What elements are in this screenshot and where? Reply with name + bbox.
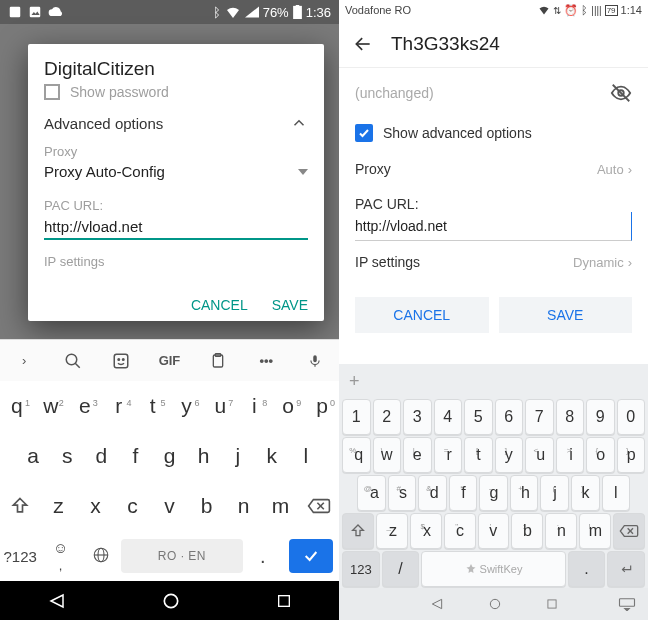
key-h[interactable]: +h [510, 475, 539, 511]
back-arrow-icon[interactable] [353, 34, 373, 54]
chevron-right-icon[interactable]: › [0, 353, 48, 368]
key-i[interactable]: i8 [237, 394, 271, 418]
key-z[interactable]: z [40, 494, 77, 518]
keyboard-toggle-icon[interactable] [618, 597, 636, 611]
key-k[interactable]: )k [571, 475, 600, 511]
key-v[interactable]: v [151, 494, 188, 518]
spacebar[interactable]: RO · EN [121, 539, 242, 573]
recent-button[interactable] [545, 597, 559, 611]
recent-button[interactable] [276, 593, 292, 609]
key-k[interactable]: k [255, 444, 289, 468]
key-n[interactable]: ;n [545, 513, 577, 549]
key-b[interactable]: b [188, 494, 225, 518]
key-l[interactable]: l [289, 444, 323, 468]
key-v[interactable]: 'v [478, 513, 510, 549]
key-u[interactable]: u7 [203, 394, 237, 418]
home-button[interactable] [161, 591, 181, 611]
key-x[interactable]: $x [410, 513, 442, 549]
key-p[interactable]: }p [617, 437, 646, 473]
key-e[interactable]: e3 [68, 394, 102, 418]
backspace-key[interactable] [613, 513, 645, 549]
key-w[interactable]: w2 [34, 394, 68, 418]
backspace-key[interactable] [299, 497, 339, 515]
checkbox-icon[interactable] [44, 84, 60, 100]
sticker-icon[interactable] [97, 352, 145, 370]
key-2[interactable]: 2 [373, 399, 402, 435]
key-f[interactable]: f [118, 444, 152, 468]
key-u[interactable]: <u [525, 437, 554, 473]
key-9[interactable]: 9 [586, 399, 615, 435]
key-d[interactable]: d [84, 444, 118, 468]
key-w[interactable]: \w [373, 437, 402, 473]
cancel-button[interactable]: CANCEL [191, 297, 248, 313]
key-g[interactable]: -g [479, 475, 508, 511]
shift-key[interactable] [0, 496, 40, 516]
mic-icon[interactable] [291, 352, 339, 370]
key-o[interactable]: o9 [271, 394, 305, 418]
more-icon[interactable]: ••• [242, 353, 290, 368]
enter-key[interactable] [607, 551, 645, 587]
gif-button[interactable]: GIF [145, 353, 193, 368]
key-i[interactable]: >i [556, 437, 585, 473]
enter-key[interactable] [289, 539, 333, 573]
key-f[interactable]: *f [449, 475, 478, 511]
pac-url-input[interactable] [355, 212, 632, 241]
back-button[interactable] [48, 592, 66, 610]
key-p[interactable]: p0 [305, 394, 339, 418]
home-button[interactable] [487, 596, 503, 612]
emoji-key[interactable]: ☺, [40, 539, 80, 573]
save-button[interactable]: SAVE [499, 297, 633, 333]
key-q[interactable]: q1 [0, 394, 34, 418]
key-j[interactable]: j [221, 444, 255, 468]
eye-off-icon[interactable] [610, 82, 632, 104]
save-button[interactable]: SAVE [272, 297, 308, 313]
period-key[interactable]: . [568, 551, 606, 587]
key-c[interactable]: c [114, 494, 151, 518]
key-z[interactable]: _z [376, 513, 408, 549]
key-y[interactable]: y6 [170, 394, 204, 418]
key-6[interactable]: 6 [495, 399, 524, 435]
key-n[interactable]: n [225, 494, 262, 518]
key-b[interactable]: :b [511, 513, 543, 549]
key-3[interactable]: 3 [403, 399, 432, 435]
key-g[interactable]: g [152, 444, 186, 468]
key-a[interactable]: @a [357, 475, 386, 511]
key-h[interactable]: h [187, 444, 221, 468]
key-1[interactable]: 1 [342, 399, 371, 435]
key-l[interactable]: l [602, 475, 631, 511]
search-icon[interactable] [48, 352, 96, 370]
slash-key[interactable]: / [382, 551, 420, 587]
key-m[interactable]: !m [579, 513, 611, 549]
keyboard-plus-row[interactable]: + [339, 364, 648, 398]
key-y[interactable]: ]y [495, 437, 524, 473]
key-0[interactable]: 0 [617, 399, 646, 435]
checkbox-checked-icon[interactable] [355, 124, 373, 142]
symbols-key[interactable]: 123 [342, 551, 380, 587]
key-7[interactable]: 7 [525, 399, 554, 435]
period-key[interactable]: . [243, 545, 283, 568]
key-t[interactable]: [t [464, 437, 493, 473]
advanced-options-row[interactable]: Advanced options [44, 114, 308, 132]
key-q[interactable]: %q [342, 437, 371, 473]
ip-settings-row[interactable]: IP settings Dynamic› [355, 241, 632, 283]
key-s[interactable]: #s [388, 475, 417, 511]
key-t[interactable]: t5 [136, 394, 170, 418]
key-r[interactable]: =r [434, 437, 463, 473]
symbols-key[interactable]: ?123 [0, 548, 40, 565]
key-d[interactable]: &d [418, 475, 447, 511]
key-c[interactable]: "c [444, 513, 476, 549]
language-key[interactable] [81, 546, 121, 567]
show-password-row[interactable]: Show password [44, 84, 308, 100]
key-x[interactable]: x [77, 494, 114, 518]
key-j[interactable]: (j [540, 475, 569, 511]
key-r[interactable]: r4 [102, 394, 136, 418]
spacebar[interactable]: SwiftKey [421, 551, 566, 587]
key-5[interactable]: 5 [464, 399, 493, 435]
pac-url-input[interactable] [44, 215, 308, 240]
back-button[interactable] [429, 596, 445, 612]
clipboard-icon[interactable] [194, 352, 242, 370]
shift-key[interactable] [342, 513, 374, 549]
cancel-button[interactable]: CANCEL [355, 297, 489, 333]
key-e[interactable]: |e [403, 437, 432, 473]
key-8[interactable]: 8 [556, 399, 585, 435]
